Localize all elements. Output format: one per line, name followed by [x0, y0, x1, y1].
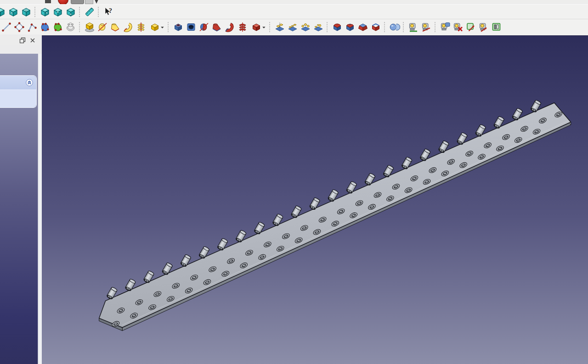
draft-button[interactable] [356, 20, 369, 34]
cube-top-icon [21, 6, 32, 17]
sketch-line-button[interactable] [0, 20, 13, 34]
freecad-window: { "app": {"name": "FreeCAD"}, "clipped_t… [0, 0, 588, 364]
sketch-polyline-button[interactable] [26, 20, 39, 34]
additive-loft-button[interactable] [109, 20, 122, 34]
chamfer-button[interactable] [344, 20, 356, 34]
view-front-button[interactable] [7, 5, 20, 19]
sketch-bspline-button[interactable] [39, 20, 51, 34]
polar-pattern-button[interactable] [299, 20, 312, 34]
toolbar-separator [98, 7, 100, 17]
cube-front-icon [8, 6, 19, 17]
macro-stop-button-partial[interactable] [45, 0, 51, 3]
fillet-icon [332, 22, 343, 33]
thickness-icon [370, 22, 381, 33]
dock-splitter[interactable] [38, 54, 42, 364]
boolean-operation-button[interactable] [388, 20, 401, 34]
cube-bottom-icon [65, 6, 76, 17]
cube-solid-icon [0, 6, 6, 17]
macro-play-button-partial[interactable] [93, 0, 100, 4]
measure-distance-button[interactable] [83, 5, 96, 19]
toolbar-separator [168, 22, 170, 32]
chamfer-icon [345, 22, 356, 33]
linear-pattern-icon [287, 22, 298, 33]
groove-button[interactable] [198, 20, 210, 34]
dock-float-button[interactable] [19, 37, 26, 44]
draft-icon [357, 22, 368, 33]
toolbar-standard-views: ? [0, 5, 588, 19]
3d-viewport[interactable] [42, 35, 588, 364]
sketch-line-icon [1, 22, 12, 33]
mirrored-icon [274, 22, 285, 33]
subtractive-helix-button[interactable] [236, 20, 249, 34]
view-bottom-button[interactable] [64, 5, 77, 19]
hole-button[interactable] [185, 20, 198, 34]
measure-angular-icon [421, 22, 432, 33]
hinge-plate-model [42, 36, 588, 364]
task-panel [0, 54, 38, 364]
view-right-button[interactable] [39, 5, 51, 19]
sketch-carbon-copy-button[interactable] [64, 20, 77, 34]
measure-clear-all-icon [452, 22, 464, 33]
subtractive-primitive-button[interactable] [249, 20, 267, 34]
ruler-icon [84, 6, 95, 17]
view-rear-button[interactable] [51, 5, 64, 19]
measure-toggle-all-button[interactable] [464, 20, 477, 34]
subtractive-box-icon [251, 22, 262, 33]
pocket-icon [173, 22, 184, 33]
measure-toggle-3d-button[interactable] [477, 20, 490, 34]
collapse-tasks-button[interactable] [26, 79, 33, 86]
measure-linear-button[interactable] [407, 20, 420, 34]
linear-pattern-button[interactable] [286, 20, 299, 34]
macro-pause-button-partial[interactable] [71, 0, 84, 4]
sketch-bspline-periodic-icon [52, 22, 63, 33]
view-top-button[interactable] [20, 5, 33, 19]
whats-this-button[interactable]: ? [102, 5, 115, 19]
macro-step-button-partial[interactable] [85, 0, 93, 4]
subtractive-loft-icon [211, 22, 222, 33]
pad-button[interactable] [83, 20, 96, 34]
task-group-body [0, 90, 36, 108]
additive-helix-button[interactable] [135, 20, 147, 34]
toolbar-separator [403, 22, 405, 32]
multitransform-button[interactable] [312, 20, 325, 34]
cube-rear-icon [52, 6, 63, 17]
sketch-bspline-icon [40, 22, 51, 33]
revolution-button[interactable] [96, 20, 109, 34]
additive-box-icon [149, 22, 160, 33]
measure-angular-button[interactable] [420, 20, 433, 34]
measure-clear-all-button[interactable] [452, 20, 464, 34]
revolution-icon [97, 22, 108, 33]
pad-icon [84, 22, 95, 33]
fillet-button[interactable] [331, 20, 344, 34]
combo-view-dock [0, 34, 42, 364]
subtractive-pipe-button[interactable] [223, 20, 236, 34]
cube-right-icon [40, 6, 51, 17]
mirrored-button[interactable] [273, 20, 286, 34]
subtractive-pipe-icon [224, 22, 235, 33]
help-cursor-icon: ? [103, 6, 114, 17]
view-isometric-button[interactable] [0, 5, 7, 19]
toolbar-separator [435, 22, 437, 32]
dock-close-button[interactable] [29, 37, 36, 44]
measure-toggle-delta-button[interactable] [490, 20, 503, 34]
hole-icon [186, 22, 197, 33]
task-group-box [0, 75, 37, 108]
measure-toggle-delta-icon [491, 22, 502, 33]
subtractive-loft-button[interactable] [210, 20, 223, 34]
thickness-button[interactable] [369, 20, 382, 34]
svg-text:?: ? [109, 7, 112, 14]
additive-primitive-button[interactable] [147, 20, 166, 34]
measure-toggle-3d-icon [478, 22, 489, 33]
additive-loft-icon [110, 22, 121, 33]
measure-linear-icon [408, 22, 419, 33]
measure-refresh-button[interactable] [439, 20, 452, 34]
sketch-bspline-periodic-button[interactable] [51, 20, 64, 34]
toolbar-separator [269, 22, 271, 32]
macro-record-button-partial[interactable] [58, 0, 68, 5]
toolbar-separator [79, 22, 81, 32]
sketch-rectangle-button[interactable] [13, 20, 26, 34]
additive-pipe-button[interactable] [122, 20, 135, 34]
sketch-polyline-icon [27, 22, 38, 33]
pocket-button[interactable] [172, 20, 185, 34]
polar-pattern-icon [300, 22, 311, 33]
